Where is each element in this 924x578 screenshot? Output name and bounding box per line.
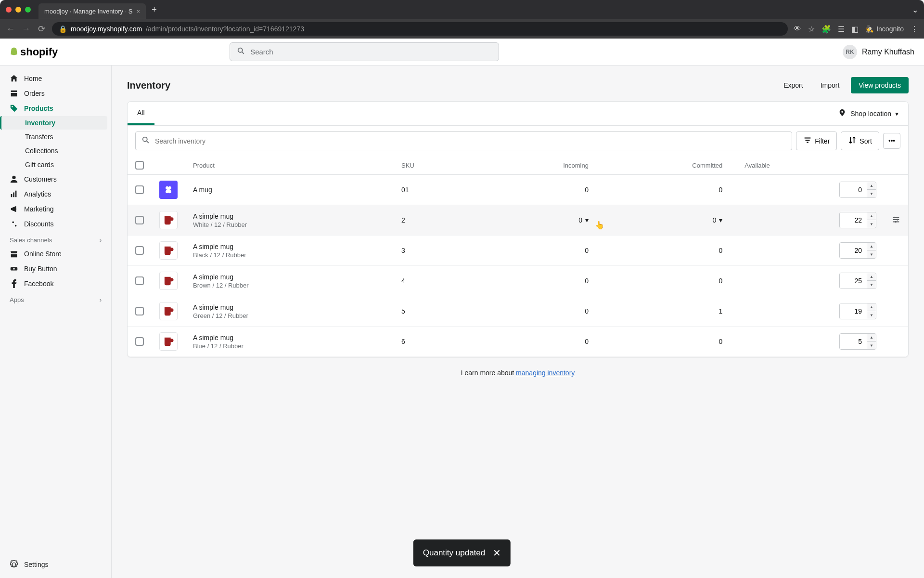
sidebar-item-buy-button[interactable]: Buy Button: [4, 262, 107, 276]
sidebar-item-facebook[interactable]: Facebook: [4, 276, 107, 291]
product-name[interactable]: A simple mug: [193, 243, 386, 250]
table-row[interactable]: A mug 01 0 0 ▲ ▼: [128, 175, 908, 205]
quantity-stepper[interactable]: ▲ ▼: [839, 303, 876, 319]
side-panel-icon[interactable]: ◧: [851, 25, 859, 34]
table-row[interactable]: A simple mug White / 12 / Rubber 2 0 ▾ 0…: [128, 205, 908, 236]
chevron-right-icon[interactable]: ›: [100, 236, 102, 244]
table-row[interactable]: A simple mug Blue / 12 / Rubber 6 0 0 ▲ …: [128, 327, 908, 357]
sidebar-item-gift-cards[interactable]: Gift cards: [4, 158, 107, 171]
product-name[interactable]: A simple mug: [193, 303, 386, 311]
quantity-stepper[interactable]: ▲ ▼: [839, 182, 876, 198]
import-button[interactable]: Import: [815, 78, 846, 93]
location-selector[interactable]: Shop location ▾: [828, 102, 908, 125]
product-name[interactable]: A simple mug: [193, 212, 386, 220]
col-committed[interactable]: Committed: [596, 156, 730, 175]
product-name[interactable]: A mug: [193, 186, 386, 194]
inventory-search-input[interactable]: [155, 137, 786, 145]
extensions-icon[interactable]: 🧩: [821, 25, 831, 34]
product-name[interactable]: A simple mug: [193, 273, 386, 281]
tab-all[interactable]: All: [128, 102, 154, 125]
quantity-input[interactable]: [840, 303, 867, 319]
filter-button[interactable]: Filter: [796, 131, 837, 150]
quantity-stepper[interactable]: ▲ ▼: [839, 242, 876, 259]
window-maximize-icon[interactable]: [25, 7, 31, 13]
browser-tab[interactable]: moodjoy · Manage Inventory · S ×: [38, 3, 146, 19]
col-available[interactable]: Available: [730, 156, 884, 175]
nav-back-icon[interactable]: ←: [6, 24, 15, 34]
stepper-up-icon[interactable]: ▲: [867, 273, 876, 281]
sidebar-item-inventory[interactable]: Inventory: [0, 116, 107, 130]
sidebar-item-marketing[interactable]: Marketing: [4, 202, 107, 216]
sidebar-item-analytics[interactable]: Analytics: [4, 187, 107, 201]
col-sku[interactable]: SKU: [394, 156, 476, 175]
stepper-down-icon[interactable]: ▼: [867, 342, 876, 349]
stepper-up-icon[interactable]: ▲: [867, 303, 876, 311]
incognito-badge[interactable]: 🕵 Incognito: [865, 25, 904, 33]
window-close-icon[interactable]: [6, 7, 12, 13]
toast-close-icon[interactable]: ✕: [493, 547, 501, 559]
quantity-stepper[interactable]: ▲ ▼: [839, 273, 876, 289]
table-row[interactable]: A simple mug Black / 12 / Rubber 3 0 0 ▲…: [128, 236, 908, 266]
managing-inventory-link[interactable]: managing inventory: [516, 369, 575, 377]
quantity-input[interactable]: [840, 212, 867, 228]
stepper-down-icon[interactable]: ▼: [867, 190, 876, 197]
row-checkbox[interactable]: [135, 246, 144, 255]
new-tab-button[interactable]: +: [152, 5, 157, 15]
row-checkbox[interactable]: [135, 276, 144, 285]
col-incoming[interactable]: Incoming: [476, 156, 596, 175]
quantity-input[interactable]: [840, 334, 867, 349]
nav-reload-icon[interactable]: ⟳: [37, 24, 46, 34]
inventory-search[interactable]: [135, 131, 792, 150]
quantity-input[interactable]: [840, 182, 867, 197]
view-products-button[interactable]: View products: [851, 77, 909, 93]
shopify-logo[interactable]: shopify: [10, 45, 58, 59]
sidebar-item-discounts[interactable]: Discounts: [4, 217, 107, 231]
tab-close-icon[interactable]: ×: [137, 8, 141, 15]
kebab-menu-icon[interactable]: ⋮: [911, 25, 918, 34]
sidebar-item-collections[interactable]: Collections: [4, 144, 107, 158]
stepper-up-icon[interactable]: ▲: [867, 243, 876, 250]
quantity-stepper[interactable]: ▲ ▼: [839, 333, 876, 350]
user-menu[interactable]: RK Ramy Khuffash: [843, 45, 914, 59]
quantity-input[interactable]: [840, 243, 867, 258]
sidebar-item-home[interactable]: Home: [4, 71, 107, 86]
stepper-up-icon[interactable]: ▲: [867, 212, 876, 220]
select-all-checkbox[interactable]: [135, 161, 144, 170]
product-name[interactable]: A simple mug: [193, 334, 386, 342]
row-checkbox[interactable]: [135, 185, 144, 194]
global-search[interactable]: Search: [230, 42, 499, 61]
stepper-down-icon[interactable]: ▼: [867, 281, 876, 289]
stepper-down-icon[interactable]: ▼: [867, 250, 876, 258]
committed-dropdown[interactable]: 0 ▾: [712, 216, 722, 224]
sidebar-item-products[interactable]: Products: [4, 101, 107, 116]
chevron-down-icon[interactable]: ⌄: [912, 5, 918, 14]
sidebar-item-customers[interactable]: Customers: [4, 172, 107, 186]
eye-off-icon[interactable]: 👁: [794, 25, 801, 33]
sort-button[interactable]: Sort: [841, 131, 879, 150]
more-actions-button[interactable]: •••: [883, 133, 900, 149]
sidebar-item-orders[interactable]: Orders: [4, 86, 107, 101]
incoming-dropdown[interactable]: 0 ▾: [578, 216, 589, 224]
row-checkbox[interactable]: [135, 307, 144, 315]
url-input[interactable]: 🔒 moodjoy.myshopify.com/admin/products/i…: [52, 22, 788, 36]
table-row[interactable]: A simple mug Green / 12 / Rubber 5 0 1 ▲…: [128, 296, 908, 327]
row-checkbox[interactable]: [135, 216, 144, 224]
window-minimize-icon[interactable]: [15, 7, 21, 13]
stepper-down-icon[interactable]: ▼: [867, 311, 876, 319]
adjust-icon[interactable]: [892, 218, 900, 225]
sidebar-item-transfers[interactable]: Transfers: [4, 130, 107, 144]
quantity-input[interactable]: [840, 273, 867, 289]
export-button[interactable]: Export: [778, 78, 808, 93]
nav-forward-icon[interactable]: →: [21, 24, 31, 34]
chevron-right-icon[interactable]: ›: [100, 296, 102, 303]
stepper-up-icon[interactable]: ▲: [867, 182, 876, 190]
quantity-stepper[interactable]: ▲ ▼: [839, 212, 876, 228]
row-checkbox[interactable]: [135, 337, 144, 346]
reading-list-icon[interactable]: ☰: [838, 25, 845, 34]
bookmark-icon[interactable]: ☆: [808, 25, 815, 34]
sidebar-item-online-store[interactable]: Online Store: [4, 247, 107, 261]
stepper-down-icon[interactable]: ▼: [867, 220, 876, 228]
stepper-up-icon[interactable]: ▲: [867, 334, 876, 342]
table-row[interactable]: A simple mug Brown / 12 / Rubber 4 0 0 ▲…: [128, 266, 908, 296]
col-product[interactable]: Product: [185, 156, 394, 175]
